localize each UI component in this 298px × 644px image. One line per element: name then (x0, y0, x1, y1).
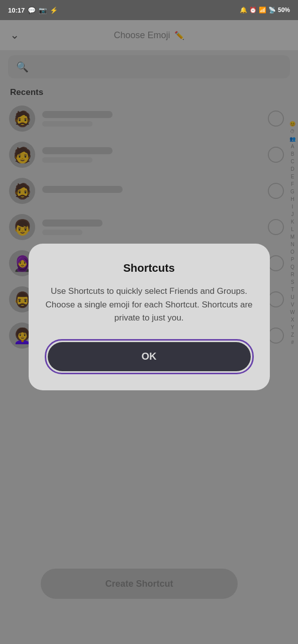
status-bar: 10:17 💬 📷 ⚡ 🔔 ⏰ 📶 📡 50% (0, 0, 298, 20)
ok-button-wrapper: OK (45, 339, 254, 374)
clock-icon: ⏰ (249, 7, 257, 14)
battery-label: 50% (278, 7, 290, 14)
modal-title: Shortcuts (123, 262, 175, 275)
modal-overlay: Shortcuts Use Shortcuts to quickly selec… (0, 20, 298, 644)
time-display: 10:17 (8, 7, 25, 14)
wifi-icon: 📶 (259, 7, 266, 14)
status-left: 10:17 💬 📷 ⚡ (8, 7, 58, 14)
background-screen: ⌄ Choose Emoji ✏️ 🔍 Recents 🧔 🧑 (0, 20, 298, 644)
ok-button[interactable]: OK (48, 342, 251, 371)
instagram-icon: 📷 (39, 7, 47, 14)
signal-icon: 📡 (268, 7, 276, 14)
modal-body: Use Shortcuts to quickly select Friends … (45, 285, 254, 325)
status-right: 🔔 ⏰ 📶 📡 50% (240, 7, 290, 14)
whatsapp-icon: 💬 (28, 7, 36, 14)
alarm-icon: 🔔 (240, 7, 247, 14)
modal-dialog: Shortcuts Use Shortcuts to quickly selec… (29, 244, 270, 390)
usb-icon: ⚡ (50, 7, 58, 14)
